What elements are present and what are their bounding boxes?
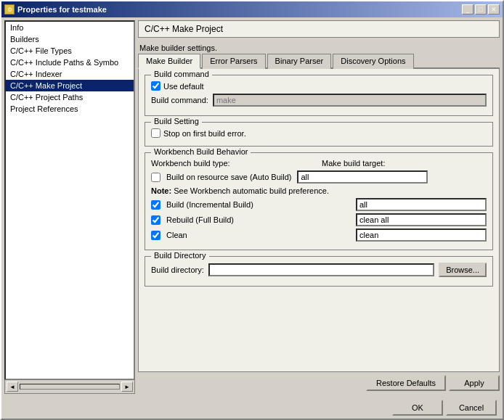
scroll-left-button[interactable]: ◄ — [7, 382, 18, 392]
sidebar-item-indexer[interactable]: C/C++ Indexer — [6, 68, 134, 80]
incremental-build-row: Build (Incremental Build) — [151, 198, 487, 211]
build-setting-legend: Build Setting — [151, 117, 202, 125]
note-row: Note: See Workbench automatic build pref… — [151, 186, 487, 195]
cancel-button[interactable]: Cancel — [446, 400, 497, 416]
full-build-checkbox[interactable] — [151, 215, 160, 225]
auto-build-input[interactable] — [297, 170, 428, 184]
incremental-input[interactable] — [356, 198, 487, 211]
window-title: Properties for testmake — [17, 5, 107, 14]
sidebar-item-file-types[interactable]: C/C++ File Types — [6, 45, 134, 57]
title-bar: ⚙ Properties for testmake _ □ ✕ — [1, 1, 503, 17]
sidebar-list: Info Builders C/C++ File Types C/C++ Inc… — [4, 20, 135, 380]
note-content: See Workbench automatic build preference… — [174, 186, 329, 195]
ok-cancel-area: OK Cancel — [1, 397, 503, 419]
main-panel: C/C++ Make Project Make builder settings… — [138, 20, 500, 394]
tab-binary-parser[interactable]: Binary Parser — [267, 54, 332, 69]
window-icon: ⚙ — [4, 4, 15, 15]
build-command-fieldset: Build command Use default Build command: — [145, 75, 493, 116]
clean-row: Clean — [151, 228, 487, 242]
build-setting-body: Stop on first build error. — [151, 128, 487, 138]
action-buttons: Restore Defaults Apply — [138, 372, 500, 394]
scroll-right-button[interactable]: ► — [121, 382, 133, 392]
sidebar: Info Builders C/C++ File Types C/C++ Inc… — [4, 20, 135, 394]
maximize-button[interactable]: □ — [475, 4, 487, 15]
build-dir-input[interactable] — [208, 263, 434, 276]
workbench-type-label: Workbench build type: — [151, 159, 316, 168]
panel-subtitle: Make builder settings. — [138, 44, 500, 52]
auto-build-row: Build on resource save (Auto Build) — [151, 170, 487, 184]
apply-button[interactable]: Apply — [449, 375, 500, 391]
note-strong: Note: — [151, 186, 171, 195]
panel-title: C/C++ Make Project — [145, 24, 493, 34]
panel-header: C/C++ Make Project — [138, 20, 500, 38]
title-bar-left: ⚙ Properties for testmake — [4, 4, 107, 15]
stop-on-error-label: Stop on first build error. — [163, 129, 246, 138]
clean-label: Clean — [166, 231, 350, 239]
clean-checkbox[interactable] — [151, 231, 160, 240]
tabs: Make Builder Error Parsers Binary Parser… — [138, 52, 500, 69]
workbench-legend: Workbench Build Behavior — [151, 147, 251, 156]
use-default-row: Use default — [151, 81, 487, 91]
ok-button[interactable]: OK — [392, 400, 443, 416]
tab-error-parsers[interactable]: Error Parsers — [202, 54, 265, 69]
sidebar-item-builders[interactable]: Builders — [6, 33, 134, 45]
browse-button[interactable]: Browse... — [439, 263, 487, 277]
close-button[interactable]: ✕ — [488, 4, 500, 15]
main-window: ⚙ Properties for testmake _ □ ✕ Info Bui… — [0, 0, 504, 420]
tab-discovery-options[interactable]: Discovery Options — [333, 54, 413, 69]
build-dir-label: Build directory: — [151, 265, 204, 274]
build-dir-row: Build directory: Browse... — [151, 263, 487, 277]
build-command-row: Build command: — [151, 94, 487, 107]
tab-make-builder[interactable]: Make Builder — [138, 54, 200, 69]
incremental-label: Build (Incremental Build) — [166, 200, 350, 209]
sidebar-item-project-paths[interactable]: C/C++ Project Paths — [6, 91, 134, 103]
minimize-button[interactable]: _ — [462, 4, 473, 15]
sidebar-item-project-references[interactable]: Project References — [6, 103, 134, 115]
title-buttons: _ □ ✕ — [462, 4, 500, 15]
sidebar-item-include-paths[interactable]: C/C++ Include Paths & Symbo — [6, 57, 134, 68]
sidebar-item-info[interactable]: Info — [6, 22, 134, 33]
auto-build-checkbox[interactable] — [151, 173, 160, 182]
workbench-body: Workbench build type: Make build target:… — [151, 159, 487, 242]
build-command-body: Use default Build command: — [151, 81, 487, 107]
workbench-type-row: Workbench build type: Make build target: — [151, 159, 487, 168]
stop-on-error-checkbox[interactable] — [151, 128, 160, 138]
restore-defaults-button[interactable]: Restore Defaults — [366, 375, 446, 391]
workbench-fieldset: Workbench Build Behavior Workbench build… — [145, 152, 493, 250]
clean-input[interactable] — [356, 228, 487, 242]
incremental-checkbox[interactable] — [151, 200, 160, 210]
build-command-label: Build command: — [151, 96, 208, 104]
build-command-legend: Build command — [151, 70, 212, 78]
build-directory-fieldset: Build Directory Build directory: Browse.… — [145, 256, 493, 287]
full-build-row: Rebuild (Full Build) — [151, 213, 487, 226]
build-directory-legend: Build Directory — [151, 251, 209, 260]
auto-build-label: Build on resource save (Auto Build) — [166, 173, 291, 181]
sidebar-item-make-project[interactable]: C/C++ Make Project — [6, 80, 134, 91]
tab-content: Build command Use default Build command: — [138, 69, 500, 372]
stop-on-error-row: Stop on first build error. — [151, 128, 487, 138]
content-area: Info Builders C/C++ File Types C/C++ Inc… — [1, 17, 503, 397]
make-target-label: Make build target: — [322, 159, 487, 168]
build-directory-body: Build directory: Browse... — [151, 263, 487, 277]
build-command-input[interactable] — [213, 94, 487, 107]
scroll-thumb — [20, 384, 120, 390]
full-build-input[interactable] — [356, 213, 487, 226]
build-setting-fieldset: Build Setting Stop on first build error. — [145, 122, 493, 147]
use-default-checkbox[interactable] — [151, 81, 160, 91]
use-default-label: Use default — [163, 82, 204, 91]
full-build-label: Rebuild (Full Build) — [166, 215, 350, 224]
sidebar-scroll-bar: ◄ ► — [4, 380, 135, 394]
